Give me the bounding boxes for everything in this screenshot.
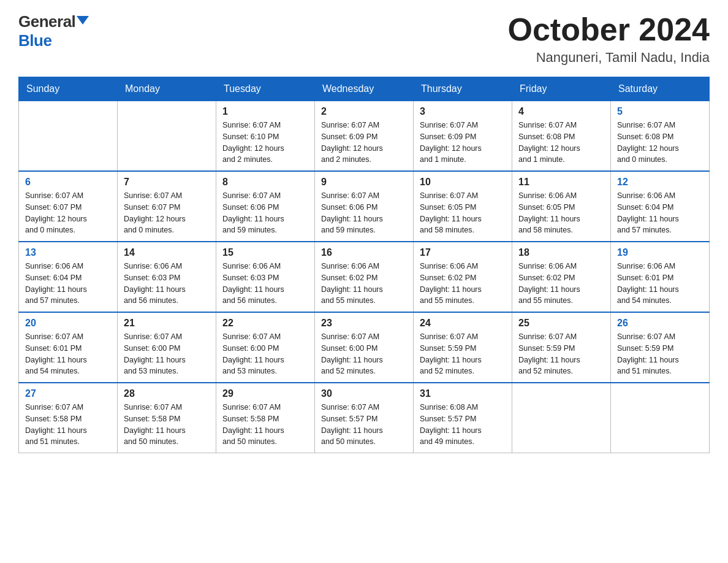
- month-title: October 2024: [508, 12, 710, 47]
- day-number: 12: [617, 177, 703, 188]
- header: General Blue October 2024 Nanguneri, Tam…: [18, 12, 710, 66]
- day-number: 31: [420, 388, 506, 399]
- day-number: 26: [617, 318, 703, 329]
- day-info: Sunrise: 6:08 AMSunset: 5:57 PMDaylight:…: [420, 402, 506, 448]
- calendar-cell: 9Sunrise: 6:07 AMSunset: 6:06 PMDaylight…: [315, 171, 414, 242]
- calendar-cell: [19, 101, 118, 172]
- calendar-cell: 13Sunrise: 6:06 AMSunset: 6:04 PMDayligh…: [19, 242, 118, 312]
- day-number: 18: [518, 247, 604, 258]
- day-of-week-header: Thursday: [414, 77, 512, 101]
- day-number: 2: [321, 106, 407, 117]
- calendar-cell: 17Sunrise: 6:06 AMSunset: 6:02 PMDayligh…: [414, 242, 512, 312]
- day-info: Sunrise: 6:06 AMSunset: 6:04 PMDaylight:…: [25, 261, 111, 307]
- day-info: Sunrise: 6:06 AMSunset: 6:02 PMDaylight:…: [420, 261, 506, 307]
- day-info: Sunrise: 6:07 AMSunset: 5:59 PMDaylight:…: [518, 331, 604, 377]
- calendar-cell: 15Sunrise: 6:06 AMSunset: 6:03 PMDayligh…: [216, 242, 315, 312]
- calendar-cell: 23Sunrise: 6:07 AMSunset: 6:00 PMDayligh…: [315, 312, 414, 383]
- day-number: 9: [321, 177, 407, 188]
- logo: General Blue: [18, 12, 89, 50]
- day-number: 16: [321, 247, 407, 258]
- calendar-cell: [611, 383, 710, 453]
- day-number: 28: [124, 388, 210, 399]
- day-info: Sunrise: 6:06 AMSunset: 6:04 PMDaylight:…: [617, 190, 703, 236]
- calendar-cell: 1Sunrise: 6:07 AMSunset: 6:10 PMDaylight…: [216, 101, 315, 172]
- day-info: Sunrise: 6:07 AMSunset: 5:58 PMDaylight:…: [25, 402, 111, 448]
- day-info: Sunrise: 6:06 AMSunset: 6:03 PMDaylight:…: [124, 261, 210, 307]
- day-info: Sunrise: 6:07 AMSunset: 5:57 PMDaylight:…: [321, 402, 407, 448]
- day-of-week-header: Monday: [118, 77, 216, 101]
- day-number: 17: [420, 247, 506, 258]
- day-info: Sunrise: 6:06 AMSunset: 6:03 PMDaylight:…: [222, 261, 308, 307]
- calendar-cell: 4Sunrise: 6:07 AMSunset: 6:08 PMDaylight…: [512, 101, 611, 172]
- day-number: 14: [124, 247, 210, 258]
- day-number: 25: [518, 318, 604, 329]
- day-of-week-header: Friday: [512, 77, 611, 101]
- day-of-week-header: Saturday: [611, 77, 710, 101]
- day-number: 20: [25, 318, 111, 329]
- calendar-cell: 24Sunrise: 6:07 AMSunset: 5:59 PMDayligh…: [414, 312, 512, 383]
- day-number: 6: [25, 177, 111, 188]
- day-info: Sunrise: 6:07 AMSunset: 6:00 PMDaylight:…: [222, 331, 308, 377]
- calendar-cell: 14Sunrise: 6:06 AMSunset: 6:03 PMDayligh…: [118, 242, 216, 312]
- calendar-cell: 12Sunrise: 6:06 AMSunset: 6:04 PMDayligh…: [611, 171, 710, 242]
- day-info: Sunrise: 6:07 AMSunset: 6:06 PMDaylight:…: [222, 190, 308, 236]
- calendar-cell: 25Sunrise: 6:07 AMSunset: 5:59 PMDayligh…: [512, 312, 611, 383]
- calendar-cell: 21Sunrise: 6:07 AMSunset: 6:00 PMDayligh…: [118, 312, 216, 383]
- day-info: Sunrise: 6:07 AMSunset: 6:07 PMDaylight:…: [124, 190, 210, 236]
- day-info: Sunrise: 6:07 AMSunset: 5:58 PMDaylight:…: [124, 402, 210, 448]
- day-number: 30: [321, 388, 407, 399]
- day-info: Sunrise: 6:06 AMSunset: 6:05 PMDaylight:…: [518, 190, 604, 236]
- day-info: Sunrise: 6:07 AMSunset: 6:05 PMDaylight:…: [420, 190, 506, 236]
- day-number: 15: [222, 247, 308, 258]
- calendar-cell: 5Sunrise: 6:07 AMSunset: 6:08 PMDaylight…: [611, 101, 710, 172]
- calendar-cell: 22Sunrise: 6:07 AMSunset: 6:00 PMDayligh…: [216, 312, 315, 383]
- calendar-cell: 10Sunrise: 6:07 AMSunset: 6:05 PMDayligh…: [414, 171, 512, 242]
- calendar-cell: 2Sunrise: 6:07 AMSunset: 6:09 PMDaylight…: [315, 101, 414, 172]
- day-info: Sunrise: 6:07 AMSunset: 6:00 PMDaylight:…: [321, 331, 407, 377]
- day-info: Sunrise: 6:07 AMSunset: 6:08 PMDaylight:…: [518, 120, 604, 166]
- calendar-cell: 11Sunrise: 6:06 AMSunset: 6:05 PMDayligh…: [512, 171, 611, 242]
- calendar-cell: 26Sunrise: 6:07 AMSunset: 5:59 PMDayligh…: [611, 312, 710, 383]
- calendar-cell: 27Sunrise: 6:07 AMSunset: 5:58 PMDayligh…: [19, 383, 118, 453]
- logo-triangle-icon: [77, 16, 89, 25]
- day-number: 4: [518, 106, 604, 117]
- calendar-cell: 20Sunrise: 6:07 AMSunset: 6:01 PMDayligh…: [19, 312, 118, 383]
- day-info: Sunrise: 6:06 AMSunset: 6:02 PMDaylight:…: [518, 261, 604, 307]
- day-info: Sunrise: 6:06 AMSunset: 6:02 PMDaylight:…: [321, 261, 407, 307]
- day-number: 8: [222, 177, 308, 188]
- day-number: 23: [321, 318, 407, 329]
- calendar-cell: 18Sunrise: 6:06 AMSunset: 6:02 PMDayligh…: [512, 242, 611, 312]
- day-info: Sunrise: 6:07 AMSunset: 6:01 PMDaylight:…: [25, 331, 111, 377]
- day-info: Sunrise: 6:07 AMSunset: 6:09 PMDaylight:…: [420, 120, 506, 166]
- calendar-cell: 3Sunrise: 6:07 AMSunset: 6:09 PMDaylight…: [414, 101, 512, 172]
- day-info: Sunrise: 6:07 AMSunset: 6:06 PMDaylight:…: [321, 190, 407, 236]
- day-of-week-header: Sunday: [19, 77, 118, 101]
- logo-general-text: General: [18, 12, 75, 31]
- calendar-cell: 30Sunrise: 6:07 AMSunset: 5:57 PMDayligh…: [315, 383, 414, 453]
- day-info: Sunrise: 6:07 AMSunset: 6:09 PMDaylight:…: [321, 120, 407, 166]
- calendar-cell: 16Sunrise: 6:06 AMSunset: 6:02 PMDayligh…: [315, 242, 414, 312]
- calendar-cell: 29Sunrise: 6:07 AMSunset: 5:58 PMDayligh…: [216, 383, 315, 453]
- day-number: 5: [617, 106, 703, 117]
- day-number: 11: [518, 177, 604, 188]
- calendar-cell: [512, 383, 611, 453]
- day-number: 3: [420, 106, 506, 117]
- day-number: 19: [617, 247, 703, 258]
- day-number: 21: [124, 318, 210, 329]
- day-of-week-header: Wednesday: [315, 77, 414, 101]
- day-info: Sunrise: 6:07 AMSunset: 5:59 PMDaylight:…: [617, 331, 703, 377]
- day-number: 27: [25, 388, 111, 399]
- day-number: 10: [420, 177, 506, 188]
- calendar-cell: 28Sunrise: 6:07 AMSunset: 5:58 PMDayligh…: [118, 383, 216, 453]
- day-info: Sunrise: 6:07 AMSunset: 5:58 PMDaylight:…: [222, 402, 308, 448]
- calendar-table: SundayMondayTuesdayWednesdayThursdayFrid…: [18, 77, 710, 453]
- day-number: 13: [25, 247, 111, 258]
- day-info: Sunrise: 6:06 AMSunset: 6:01 PMDaylight:…: [617, 261, 703, 307]
- day-info: Sunrise: 6:07 AMSunset: 6:08 PMDaylight:…: [617, 120, 703, 166]
- calendar-cell: 6Sunrise: 6:07 AMSunset: 6:07 PMDaylight…: [19, 171, 118, 242]
- day-of-week-header: Tuesday: [216, 77, 315, 101]
- day-info: Sunrise: 6:07 AMSunset: 6:10 PMDaylight:…: [222, 120, 308, 166]
- location-title: Nanguneri, Tamil Nadu, India: [508, 50, 710, 66]
- title-area: October 2024 Nanguneri, Tamil Nadu, Indi…: [508, 12, 710, 66]
- calendar-cell: 31Sunrise: 6:08 AMSunset: 5:57 PMDayligh…: [414, 383, 512, 453]
